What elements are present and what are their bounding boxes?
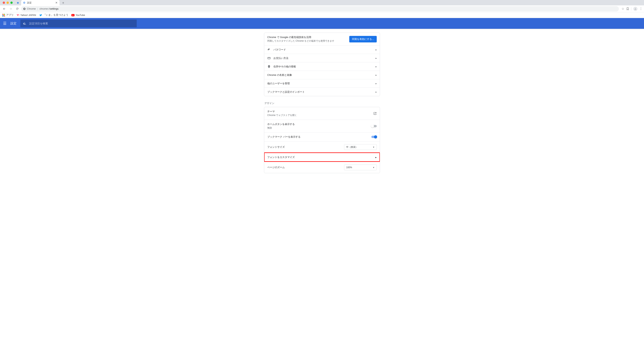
gear-icon: ⚙ [23,1,26,4]
chevron-right-icon: ▸ [376,65,377,68]
settings-search-input[interactable] [29,22,134,25]
active-tab[interactable]: ⚙ 設定 ✕ [21,0,60,6]
show-bookmarks-toggle[interactable] [371,136,377,138]
name-image-row[interactable]: Chrome の名前と画像 ▸ [264,71,380,79]
page-zoom-label: ページのズーム [267,166,344,169]
card-icon [267,56,274,60]
svg-rect-3 [268,57,270,59]
chevron-right-icon: ▸ [376,90,377,93]
settings-content: Chrome で Google の最先端技術を活用 同期してカスタマイズした C… [0,29,644,181]
close-window-button[interactable] [3,2,5,4]
manage-users-row[interactable]: 他のユーザーを管理 ▸ [264,79,380,88]
yahoo-icon: Y! [17,14,19,16]
enable-sync-button[interactable]: 同期を有効にする... [349,36,377,42]
page-zoom-select[interactable]: 100% ▼ [344,164,377,170]
star-icon[interactable]: ☆ [622,7,624,10]
addresses-label: 住所やその他の情報 [274,65,376,68]
site-chip-label: Chrome [27,7,36,10]
hamburger-menu-icon[interactable]: ☰ [3,21,6,26]
theme-title: テーマ [267,110,373,113]
youtube-icon [72,14,74,16]
bookmark-twitter-label: 「いま」を見つけよう [44,14,68,17]
design-card: テーマ Chrome ウェブストアを開く ホームボタンを表示する 無効 ブックマ… [264,107,380,173]
name-image-label: Chrome の名前と画像 [267,73,376,77]
settings-header: ☰ 設定 [0,18,644,29]
bookmark-icon[interactable] [626,7,629,10]
home-button-toggle[interactable] [371,125,377,127]
font-size-row: フォントサイズ 中（推奨） ▼ [264,141,380,152]
apps-shortcut[interactable]: アプリ [2,14,14,17]
profile-avatar[interactable] [633,7,638,11]
theme-sub: Chrome ウェブストアを開く [267,114,373,117]
chevron-down-icon: ▼ [373,166,374,168]
kebab-menu-icon[interactable]: ⋮ [640,7,642,10]
forward-button[interactable] [8,6,14,12]
page-zoom-value: 100% [346,166,352,169]
chevron-right-icon: ▸ [376,57,377,60]
passwords-row[interactable]: パスワード ▸ [264,45,380,54]
location-icon [267,65,274,68]
chevron-right-icon: ▸ [376,156,377,159]
bookmark-youtube[interactable]: YouTube [72,14,85,16]
svg-point-1 [24,8,25,9]
url-text: chrome://settings [40,7,58,10]
settings-heading: 設定 [10,22,16,26]
omnibox-separator: | [37,7,38,10]
close-tab-icon[interactable]: ✕ [55,1,58,4]
import-label: ブックマークと設定のインポート [267,90,376,94]
design-section-title: デザイン [264,102,380,105]
import-row[interactable]: ブックマークと設定のインポート ▸ [264,88,380,96]
payment-row[interactable]: お支払い方法 ▸ [264,54,380,62]
back-button[interactable] [2,6,7,12]
page-zoom-row: ページのズーム 100% ▼ [264,162,380,173]
sync-subtitle: 同期してカスタマイズした Chrome をどの端末でも使用できます [267,39,346,42]
minimize-window-button[interactable] [6,2,9,4]
svg-rect-4 [268,58,270,58]
home-button-row: ホームボタンを表示する 無効 [264,120,380,132]
chevron-down-icon: ▼ [373,146,374,148]
search-icon [23,22,26,25]
bookmark-youtube-label: YouTube [76,14,85,16]
sync-promo-row: Chrome で Google の最先端技術を活用 同期してカスタマイズした C… [264,33,380,45]
customize-fonts-label: フォントをカスタマイズ [267,156,376,159]
key-icon [267,48,274,52]
chevron-right-icon: ▸ [376,74,377,76]
settings-search-field[interactable] [20,20,137,27]
new-tab-button[interactable]: ＋ [62,0,65,5]
tab-strip: ★ ⚙ 設定 ✕ ＋ [0,0,644,6]
reload-icon [16,7,19,10]
font-size-select[interactable]: 中（推奨） ▼ [344,144,377,150]
pinned-tab-icon[interactable]: ★ [16,1,19,4]
customize-fonts-row[interactable]: フォントをカスタマイズ ▸ [264,152,380,162]
manage-users-label: 他のユーザーを管理 [267,82,376,85]
svg-point-2 [635,8,636,9]
chrome-icon [23,8,26,10]
sync-title: Chrome で Google の最先端技術を活用 [267,36,346,39]
maximize-window-button[interactable] [10,2,13,4]
window-controls [2,2,14,4]
reload-button[interactable] [14,6,20,12]
browser-toolbar: Chrome | chrome://settings ☆ ⋮ [0,6,644,12]
chevron-right-icon: ▸ [376,82,377,85]
bookmarks-bar: アプリ Y! Yahoo! JAPAN 「いま」を見つけよう YouTube [0,12,644,18]
show-bookmarks-label: ブックマーク バーを表示する [267,135,371,138]
font-size-label: フォントサイズ [267,145,344,149]
bookmark-yahoo-label: Yahoo! JAPAN [20,14,36,16]
bookmark-yahoo[interactable]: Y! Yahoo! JAPAN [17,14,36,16]
show-bookmarks-row: ブックマーク バーを表示する [264,132,380,141]
person-icon [634,8,637,10]
font-size-value: 中（推奨） [346,146,358,149]
addresses-row[interactable]: 住所やその他の情報 ▸ [264,62,380,71]
toolbar-actions: ☆ ⋮ [622,7,642,11]
twitter-icon [39,14,42,16]
site-chip: Chrome [23,7,36,10]
apps-label: アプリ [6,14,14,17]
address-bar[interactable]: Chrome | chrome://settings [21,6,619,12]
apps-grid-icon [2,14,5,16]
theme-row[interactable]: テーマ Chrome ウェブストアを開く [264,107,380,120]
home-button-title: ホームボタンを表示する [267,122,371,126]
arrow-right-icon [9,7,12,10]
people-card: Chrome で Google の最先端技術を活用 同期してカスタマイズした C… [264,33,380,96]
bookmark-twitter[interactable]: 「いま」を見つけよう [39,14,68,17]
tab-title: 設定 [27,1,32,4]
